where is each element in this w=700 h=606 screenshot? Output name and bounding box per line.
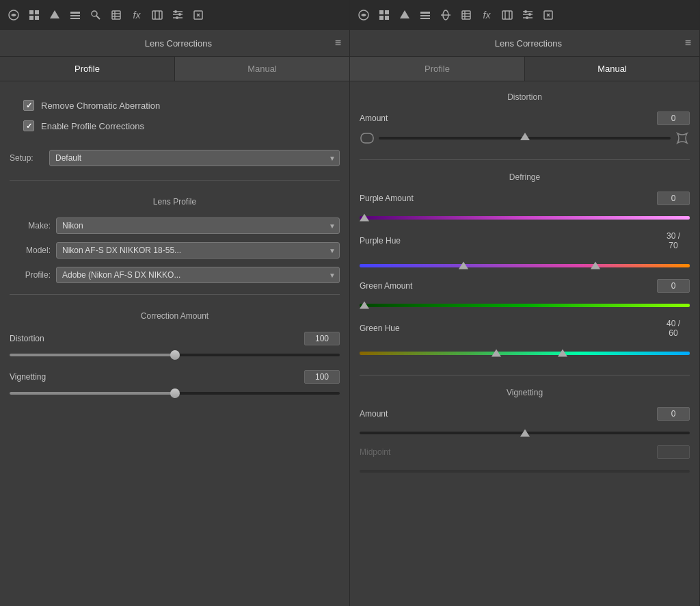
svg-point-21 [178,13,181,16]
vignetting-amount-label: Amount [360,409,421,419]
make-label: Make: [10,221,51,230]
right-tool-icon-fx[interactable]: fx [479,7,495,23]
vignetting-group: Vignetting Amount Midpoint [360,384,690,484]
vignetting-amount-thumb[interactable] [520,430,530,437]
checkbox-remove-chromatic[interactable]: Remove Chromatic Aberration [23,98,326,113]
right-tool-icon-2[interactable] [376,7,392,23]
purple-amount-thumb[interactable] [360,214,369,222]
svg-point-48 [528,13,531,16]
right-tool-icon-5[interactable] [438,7,454,23]
tool-icon-5[interactable] [88,7,104,23]
distortion-track-container [10,348,340,362]
svg-rect-30 [379,16,383,20]
lens-profile-title: Lens Profile [10,192,340,209]
svg-rect-15 [152,11,162,19]
tool-icon-8[interactable] [170,7,186,23]
setup-select[interactable]: Default [49,150,340,166]
distortion-icons-row [360,131,690,146]
right-tab-manual[interactable]: Manual [525,57,699,81]
defringe-group-title: Defringe [360,168,690,186]
tool-icon-6[interactable] [108,7,124,23]
checkbox-enable-profile-box[interactable] [23,120,34,131]
right-tool-icon-6[interactable] [458,7,474,23]
vignetting-thumb[interactable] [170,388,180,398]
profile-label: Profile: [10,270,51,280]
tool-icon-4[interactable] [67,7,83,23]
left-tab-profile[interactable]: Profile [0,57,175,81]
right-tool-icon-8[interactable] [520,7,536,23]
profile-select[interactable]: Adobe (Nikon AF-S DX NIKKO... [56,267,340,283]
svg-point-50 [526,16,528,19]
tool-icon-1[interactable] [5,7,22,23]
vignetting-value-input[interactable] [304,370,340,384]
vignetting-group-title: Vignetting [360,384,690,401]
midpoint-bg [360,470,690,473]
left-panel-title: Lens Corrections [22,38,335,49]
svg-rect-2 [35,10,39,14]
purple-amount-input[interactable] [657,192,690,205]
defringe-separator [360,159,690,160]
green-amount-thumb[interactable] [360,302,369,309]
distortion-value-input[interactable] [304,332,340,345]
green-hue-right-thumb-wrap [558,350,567,357]
vignetting-track-container [10,386,340,400]
checkbox-enable-profile[interactable]: Enable Profile Corrections [23,118,326,133]
green-hue-right-thumb[interactable] [558,350,567,357]
svg-rect-54 [361,133,373,143]
model-select-wrapper: Nikon AF-S DX NIKKOR 18-55... ▼ [56,242,340,259]
distortion-thumb[interactable] [170,350,180,360]
right-tool-icon-4[interactable] [417,7,433,23]
midpoint-input[interactable] [657,445,690,459]
checkbox-enable-profile-label: Enable Profile Corrections [41,121,144,131]
svg-rect-42 [502,11,512,19]
make-row: Make: Nikon ▼ [10,218,340,234]
green-amount-track-container [360,298,690,312]
svg-point-20 [174,10,177,13]
right-tool-icon-7[interactable] [499,7,515,23]
checkbox-remove-chromatic-box[interactable] [23,100,34,111]
left-tab-manual[interactable]: Manual [175,57,349,81]
green-hue-value: 40 / 60 [657,317,690,339]
make-select[interactable]: Nikon [56,218,340,234]
purple-hue-left-thumb[interactable] [459,262,468,269]
green-hue-left-thumb-wrap [492,350,501,357]
midpoint-track-container [360,464,690,478]
purple-amount-label: Purple Amount [360,194,421,203]
left-panel-header: Lens Corrections ≡ [0,30,349,57]
tool-icon-7[interactable] [149,7,165,23]
profile-select-wrapper: Adobe (Nikon AF-S DX NIKKO... ▼ [56,267,340,283]
right-menu-icon[interactable]: ≡ [685,37,691,49]
left-menu-icon[interactable]: ≡ [335,37,341,49]
purple-amount-bar [360,216,690,220]
distortion-amount-input[interactable] [657,111,690,125]
green-hue-left-thumb[interactable] [492,350,501,357]
left-tabs: Profile Manual [0,57,349,81]
vignetting-separator [360,375,690,376]
correction-amount-title: Correction Amount [10,306,340,324]
distortion-group-title: Distortion [360,88,690,106]
purple-hue-left-thumb-wrap [459,262,468,269]
right-tool-icon-1[interactable] [355,7,372,23]
green-amount-input[interactable] [657,279,690,293]
vignetting-label: Vignetting [10,372,46,382]
vignetting-slider-row: Vignetting [10,370,340,400]
svg-rect-33 [420,12,430,14]
distortion-right-thumb[interactable] [520,133,530,140]
tool-icon-9[interactable] [190,7,206,23]
right-tab-profile[interactable]: Profile [350,57,525,81]
right-panel-title: Lens Corrections [372,38,685,49]
model-select[interactable]: Nikon AF-S DX NIKKOR 18-55... [56,242,340,259]
right-tool-icon-9[interactable] [540,7,556,23]
left-panel: fx [0,0,350,606]
right-tool-icon-3[interactable] [396,7,413,23]
tool-icon-3[interactable] [46,7,63,23]
setup-label: Setup: [10,153,41,163]
midpoint-row: Midpoint [360,445,690,459]
distortion-group: Distortion Amount [360,88,690,151]
purple-hue-right-thumb[interactable] [591,262,600,269]
distortion-amount-label: Amount [360,114,421,123]
tool-icon-2[interactable] [26,7,42,23]
tool-icon-fx[interactable]: fx [129,7,145,23]
checkbox-remove-chromatic-label: Remove Chromatic Aberration [41,101,160,111]
vignetting-amount-input[interactable] [657,407,690,421]
